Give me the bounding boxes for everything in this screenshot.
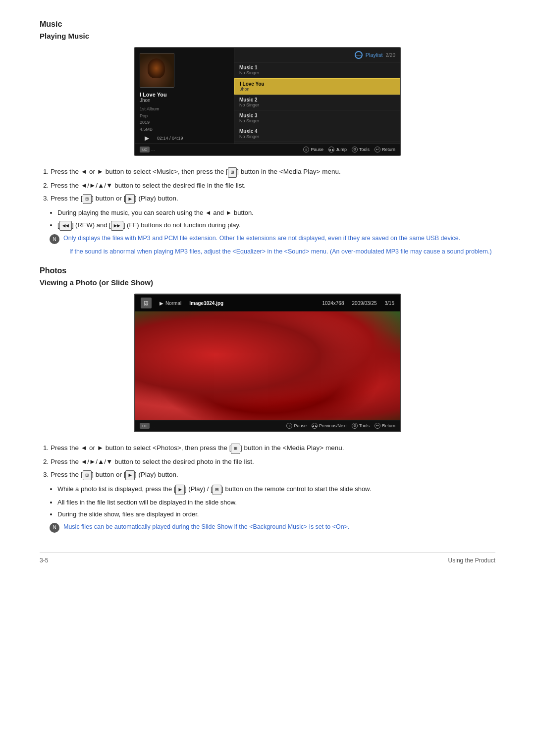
- photo-pause-label: Pause: [294, 423, 307, 428]
- page-footer: 3-5 Using the Product: [40, 553, 495, 564]
- return-label: Return: [382, 147, 395, 152]
- usb-text: ...: [151, 147, 155, 152]
- prev-next-icon: ◄►: [312, 423, 318, 429]
- playlist-item-1: Music 1 No Singer: [234, 62, 400, 78]
- meta-play: Pop: [140, 113, 174, 120]
- photos-note-1: N Music files can be automatically playe…: [50, 522, 495, 533]
- globe-icon: [355, 51, 363, 59]
- playlist-count: 2/20: [386, 52, 395, 58]
- music-left-panel: I Love You Jhon 1st Album Pop 2019 4.5MB…: [135, 48, 234, 144]
- music-step-1: Press the ◄ or ► button to select <Music…: [51, 167, 495, 178]
- music-note-2: If the sound is abnormal when playing MP…: [69, 247, 495, 256]
- photos-step-2: Press the ◄/►/▲/▼ button to select the d…: [51, 457, 495, 467]
- pause-button: ⏸ Pause: [303, 147, 323, 152]
- music-subtitle: Playing Music: [40, 32, 495, 40]
- play-arrow: ▶: [160, 301, 163, 306]
- item-name-1: Music 1: [239, 65, 395, 70]
- jump-button: ◄► Jump: [328, 147, 347, 152]
- music-bullet-2: [◀◀] (REW) and [▶▶] (FF) buttons do not …: [57, 220, 495, 231]
- photos-instructions: Press the ◄ or ► button to select <Photo…: [40, 443, 495, 533]
- item-singer-2: No Singer: [239, 102, 395, 107]
- photo-footer-controls: ⏸ Pause ◄► Previous/Next ⚙ Tools ↩ Retur…: [286, 423, 395, 429]
- music-steps: Press the ◄ or ► button to select <Music…: [40, 167, 495, 204]
- photo-resolution: 1024x768: [322, 301, 344, 306]
- item-name-4: Music 4: [239, 129, 395, 134]
- photo-thumb-icon: 🖼: [141, 298, 152, 308]
- tools-button: ⚙ Tools: [352, 147, 370, 152]
- playlist-header: Playlist 2/20: [234, 48, 400, 62]
- item-name-3: Music 3: [239, 113, 395, 118]
- music-bullet-1: During playing the music, you can search…: [57, 208, 495, 218]
- photos-tv-screen: 🖼 ▶ Normal Image1024.jpg 1024x768 2009/0…: [134, 294, 401, 432]
- item-name-active: I Love You: [240, 81, 395, 87]
- playlist-item-active: I Love You Jhon: [234, 78, 400, 95]
- song-artist: Jhon: [140, 98, 174, 103]
- photos-bullet-1: While a photo list is displayed, press t…: [57, 484, 495, 495]
- photo-return-label: Return: [382, 423, 395, 428]
- photo-filename: Image1024.jpg: [189, 301, 223, 306]
- music-step-2: Press the ◄/►/▲/▼ button to select the d…: [51, 181, 495, 191]
- music-title: Music: [40, 20, 495, 29]
- music-meta: 1st Album Pop 2019 4.5MB: [140, 106, 174, 133]
- tools-label: Tools: [359, 147, 370, 152]
- photos-subtitle: Viewing a Photo (or Slide Show): [40, 278, 495, 287]
- usb-icon: UC: [140, 147, 150, 152]
- photo-top-bar: 🖼 ▶ Normal Image1024.jpg 1024x768 2009/0…: [135, 295, 400, 311]
- music-top-area: I Love You Jhon 1st Album Pop 2019 4.5MB…: [135, 48, 400, 144]
- photo-tools-button: ⚙ Tools: [352, 423, 370, 429]
- jump-icon: ◄►: [328, 147, 334, 152]
- time-display: 02:14 / 04:19: [157, 136, 183, 141]
- song-title: I Love You: [140, 92, 174, 98]
- photo-main-image: [135, 311, 400, 420]
- photo-return-button: ↩ Return: [374, 423, 395, 429]
- album-art-image: [140, 53, 174, 87]
- jump-label: Jump: [336, 147, 347, 152]
- page-section: Using the Product: [448, 557, 495, 564]
- photos-bullet-3: During the slide show, files are display…: [57, 509, 495, 519]
- pause-icon: ⏸: [303, 147, 309, 152]
- footer-controls: ⏸ Pause ◄► Jump ⚙ Tools ↩ Return: [303, 147, 395, 152]
- music-note-text-1: Only displays the files with MP3 and PCM…: [63, 234, 460, 243]
- meta-year: 2019: [140, 119, 174, 126]
- playlist-items: Music 1 No Singer I Love You Jhon Music …: [234, 62, 400, 144]
- photo-count: 3/15: [385, 301, 394, 306]
- photo-tools-label: Tools: [359, 423, 370, 428]
- photo-date: 2009/03/25: [352, 301, 376, 306]
- music-playlist-panel: Playlist 2/20 Music 1 No Singer I Love Y…: [234, 48, 400, 144]
- mode-label: Normal: [165, 301, 181, 306]
- playlist-item-4: Music 4 No Singer: [234, 126, 400, 142]
- photos-steps: Press the ◄ or ► button to select <Photo…: [40, 443, 495, 480]
- photo-mode: ▶ Normal: [160, 301, 181, 306]
- music-tv-screen: I Love You Jhon 1st Album Pop 2019 4.5MB…: [134, 47, 401, 156]
- flower-photo: [135, 311, 400, 420]
- return-button: ↩ Return: [374, 147, 395, 152]
- photo-usb-label: UC ...: [140, 423, 155, 429]
- photos-note-icon: N: [50, 523, 59, 533]
- photos-bullet-2: All files in the file list section will …: [57, 498, 495, 507]
- photos-title: Photos: [40, 266, 495, 275]
- tools-icon: ⚙: [352, 147, 358, 152]
- item-singer-1: No Singer: [239, 70, 395, 75]
- meta-album: 1st Album: [140, 106, 174, 113]
- return-icon: ↩: [374, 147, 380, 152]
- photo-usb-icon: UC: [140, 423, 150, 429]
- prev-next-label: Previous/Next: [319, 423, 347, 428]
- music-section: Music Playing Music I Love You Jhon 1st: [40, 20, 495, 256]
- music-screen-container: I Love You Jhon 1st Album Pop 2019 4.5MB…: [40, 47, 495, 156]
- photo-pause-button: ⏸ Pause: [286, 423, 307, 429]
- usb-label: UC ...: [140, 147, 155, 152]
- note-icon-1: N: [50, 234, 59, 244]
- photos-screen-container: 🖼 ▶ Normal Image1024.jpg 1024x768 2009/0…: [40, 294, 495, 432]
- meta-size: 4.5MB: [140, 126, 174, 133]
- item-name-2: Music 2: [239, 97, 395, 102]
- music-step-3: Press the [⊞] button or [▶] (Play) butto…: [51, 194, 495, 204]
- page-number: 3-5: [40, 557, 48, 564]
- photos-bullets: While a photo list is displayed, press t…: [40, 484, 495, 519]
- music-instructions: Press the ◄ or ► button to select <Music…: [40, 167, 495, 256]
- photo-usb-text: ...: [151, 423, 155, 428]
- item-singer-4: No Singer: [239, 134, 395, 139]
- music-playbar: ▶ 02:14 / 04:19: [140, 133, 188, 144]
- item-singer-active: Jhon: [240, 87, 395, 92]
- photo-pause-icon: ⏸: [286, 423, 292, 429]
- playlist-item-2: Music 2 No Singer: [234, 95, 400, 110]
